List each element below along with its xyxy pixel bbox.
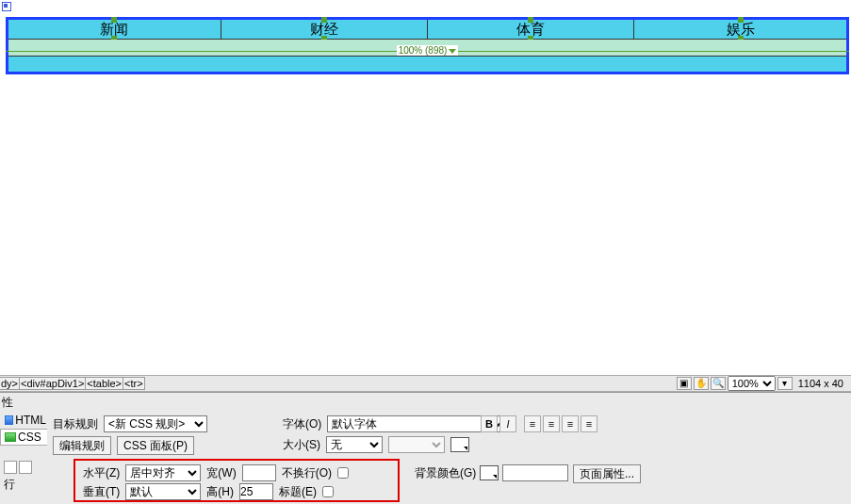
- css-icon: [5, 432, 16, 442]
- height-input[interactable]: [239, 483, 273, 500]
- panel-title: 性: [2, 395, 13, 411]
- header-checkbox[interactable]: [322, 486, 334, 497]
- tab-label: HTML: [15, 414, 46, 427]
- nav-cell[interactable]: 体育: [427, 19, 633, 40]
- row-indicator: 行: [0, 459, 47, 493]
- bg-color-input[interactable]: [502, 464, 568, 481]
- align-center-button[interactable]: ≡: [543, 415, 560, 432]
- align-left-button[interactable]: ≡: [524, 415, 541, 432]
- size-select[interactable]: 无: [326, 436, 383, 453]
- table-row[interactable]: 新闻 财经 体育 娱乐: [8, 19, 848, 40]
- nav-cell[interactable]: 财经: [221, 19, 427, 40]
- horiz-label: 水平(Z): [83, 465, 120, 481]
- height-label: 高(H): [206, 484, 234, 500]
- canvas-dimensions: 1104 x 40: [794, 378, 847, 389]
- width-label: 宽(W): [206, 465, 236, 481]
- width-input[interactable]: [242, 464, 276, 481]
- selection-marker-icon: [2, 2, 11, 11]
- nowrap-checkbox[interactable]: [337, 467, 349, 479]
- breadcrumb[interactable]: <tr>: [123, 377, 145, 390]
- bg-color-swatch[interactable]: [480, 465, 499, 480]
- panel-tabs: HTML CSS: [0, 412, 47, 446]
- breadcrumb[interactable]: dy>: [0, 377, 20, 390]
- dropdown-icon[interactable]: [449, 49, 456, 54]
- nav-cell[interactable]: 娱乐: [634, 19, 848, 40]
- font-label: 字体(O): [283, 416, 321, 432]
- vert-label: 垂直(T): [83, 484, 120, 500]
- bg-label: 背景颜色(G): [415, 465, 476, 481]
- size-unit-select: [388, 436, 445, 453]
- width-indicator-label: 100% (898): [399, 45, 448, 56]
- vert-select[interactable]: 默认: [125, 483, 201, 500]
- row-icon: [19, 461, 32, 474]
- tab-html[interactable]: HTML: [0, 412, 47, 429]
- zoom-tool-icon[interactable]: 🔍: [711, 377, 726, 390]
- tab-label: CSS: [18, 431, 41, 444]
- breadcrumb[interactable]: <table>: [85, 377, 123, 390]
- page-properties-button[interactable]: 页面属性...: [573, 464, 641, 483]
- hand-tool-icon[interactable]: ✋: [694, 377, 709, 390]
- edit-rule-button[interactable]: 编辑规则: [53, 436, 111, 455]
- breadcrumb[interactable]: <div#apDiv1>: [19, 377, 86, 390]
- properties-panel: 性 HTML CSS 目标规则 <新 CSS 规则> 编辑规则 CSS 面板(P…: [0, 392, 851, 504]
- tab-css[interactable]: CSS: [0, 429, 47, 446]
- status-tools: ▣ ✋ 🔍 100% ▾ 1104 x 40: [677, 376, 851, 391]
- design-canvas[interactable]: 新闻 财经 体育 娱乐 100% (898): [0, 0, 851, 372]
- text-format-toolbar: B I ≡ ≡ ≡ ≡: [481, 415, 597, 432]
- target-rule-select[interactable]: <新 CSS 规则>: [104, 415, 207, 432]
- row-icon: [4, 461, 17, 474]
- header-label: 标题(E): [279, 484, 317, 500]
- divider-icon: ▾: [777, 377, 793, 390]
- table-width-indicator: 100% (898): [6, 51, 849, 64]
- size-label: 大小(S): [283, 437, 320, 453]
- status-bar: dy> <div#apDiv1> <table> <tr> ▣ ✋ 🔍 100%…: [0, 375, 851, 392]
- nav-cell-label: 体育: [516, 21, 545, 37]
- align-justify-button[interactable]: ≡: [581, 415, 597, 432]
- zoom-select[interactable]: 100%: [728, 376, 776, 391]
- row-label: 行: [4, 477, 15, 493]
- nav-cell-label: 新闻: [100, 21, 128, 37]
- bold-button[interactable]: B: [481, 415, 498, 432]
- italic-button[interactable]: I: [499, 415, 516, 432]
- html-icon: [5, 415, 13, 425]
- text-color-swatch[interactable]: [450, 437, 469, 452]
- pointer-tool-icon[interactable]: ▣: [677, 377, 692, 390]
- nowrap-label: 不换行(O): [282, 465, 332, 481]
- font-select[interactable]: 默认字体: [327, 415, 506, 432]
- nav-cell[interactable]: 新闻: [8, 19, 221, 40]
- nav-cell-label: 娱乐: [727, 21, 755, 37]
- nav-cell-label: 财经: [310, 21, 338, 37]
- css-panel-button[interactable]: CSS 面板(P): [117, 436, 194, 455]
- align-right-button[interactable]: ≡: [562, 415, 579, 432]
- horiz-select[interactable]: 居中对齐: [125, 464, 201, 481]
- target-rule-label: 目标规则: [53, 416, 98, 432]
